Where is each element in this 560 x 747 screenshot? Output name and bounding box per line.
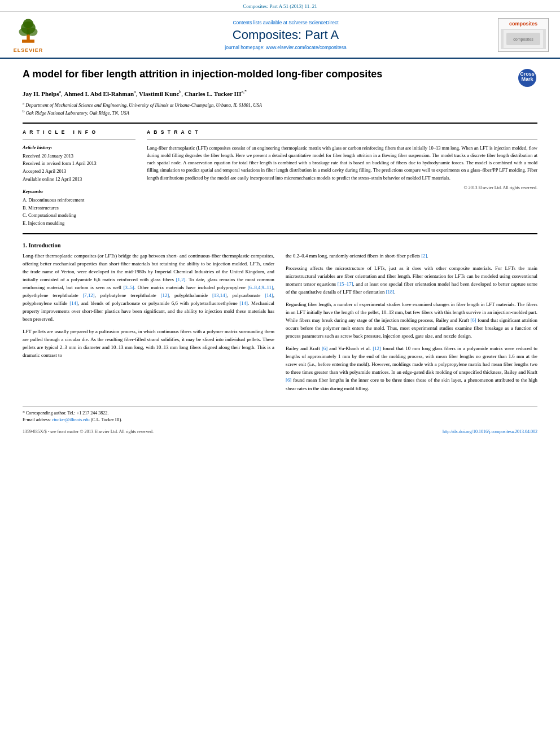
body-divider (23, 233, 537, 234)
journal-title: Composites: Part A (233, 28, 339, 42)
info-divider (23, 139, 135, 140)
abstract-heading: A B S T R A C T (147, 129, 537, 135)
journal-citation-link[interactable]: Composites: Part A 51 (2013) 11–21 (243, 3, 317, 9)
thick-divider (23, 123, 537, 124)
intro-two-col: Long-fiber thermoplastic composites (or … (23, 252, 537, 397)
journal-logo-right: composites composites (492, 16, 549, 53)
journal-top-bar: Composites: Part A 51 (2013) 11–21 (0, 0, 560, 12)
history-online: Available online 12 April 2013 (23, 176, 135, 184)
affil-2: b Oak Ridge National Laboratory, Oak Rid… (23, 108, 537, 117)
keywords-label: Keywords: (23, 189, 135, 194)
history-accepted: Accepted 2 April 2013 (23, 168, 135, 176)
author-1: Jay H. Phelps (23, 90, 59, 97)
issn-text: 1359-835X/$ - see front matter © 2013 El… (23, 429, 154, 434)
article-info-column: A R T I C L E I N F O Article history: R… (23, 129, 135, 228)
info-abstract-row: A R T I C L E I N F O Article history: R… (23, 129, 537, 228)
intro-para-4: Processing affects the microstructure of… (286, 264, 537, 296)
article-info-heading: A R T I C L E I N F O (23, 129, 135, 135)
keyword-1: A. Discontinuous reinforcement (23, 196, 135, 204)
abstract-text: Long-fiber thermoplastic (LFT) composite… (147, 145, 537, 182)
author-2-sup: a (134, 89, 136, 94)
affiliations: a Department of Mechanical Science and E… (23, 101, 537, 117)
crossmark-badge[interactable]: Cross Mark (517, 68, 537, 89)
intro-para-2: LFT pellets are usually prepared by a pu… (23, 327, 274, 359)
elsevier-tree-icon (11, 16, 45, 47)
keyword-2: B. Microstructures (23, 204, 135, 212)
keyword-4: E. Injection moulding (23, 220, 135, 228)
affil-1: a Department of Mechanical Science and E… (23, 101, 537, 109)
intro-para-3: the 0.2–0.4 mm long, randomly oriented f… (286, 252, 537, 260)
abstract-column: A B S T R A C T Long-fiber thermoplastic… (147, 129, 537, 228)
keywords-section: Keywords: A. Discontinuous reinforcement… (23, 189, 135, 227)
journal-header-center: Contents lists available at SciVerse Sci… (85, 16, 487, 53)
composites-logo-box: composites composites (498, 18, 549, 52)
intro-col-right: the 0.2–0.4 mm long, randomly oriented f… (286, 252, 537, 397)
author-3-sup: b (179, 89, 181, 94)
intro-col-left: Long-fiber thermoplastic composites (or … (23, 252, 274, 397)
email-line: E-mail address: ctucker@illinois.edu (C.… (23, 417, 537, 423)
keyword-3: C. Computational modeling (23, 212, 135, 220)
history-revised: Received in revised form 1 April 2013 (23, 160, 135, 168)
intro-para-5: Regarding fiber length, a number of expe… (286, 300, 537, 340)
svg-text:composites: composites (513, 37, 533, 42)
composites-logo-text: composites (509, 21, 537, 27)
sciverse-link[interactable]: SciVerse ScienceDirect (288, 20, 338, 25)
intro-heading: 1. Introduction (23, 242, 537, 248)
email-address[interactable]: ctucker@illinois.edu (52, 417, 90, 422)
email-who: (C.L. Tucker III). (91, 417, 123, 422)
author-2: Ahmed I. Abd El-Rahman (64, 90, 134, 97)
svg-point-5 (23, 19, 33, 29)
author-1-sup: a (59, 89, 61, 94)
corresponding-note: * Corresponding author. Tel.: +1 217 244… (23, 410, 537, 417)
footer-bottom: 1359-835X/$ - see front matter © 2013 El… (23, 429, 537, 434)
title-row: A model for fiber length attrition in in… (23, 68, 537, 89)
article-title: A model for fiber length attrition in in… (23, 68, 382, 81)
email-label: E-mail address: (23, 417, 51, 422)
author-3: Vlastimil Kunc (139, 90, 179, 97)
svg-point-4 (27, 28, 37, 36)
history-received: Received 20 January 2013 (23, 152, 135, 160)
author-4: Charles L. Tucker III (185, 90, 242, 97)
elsevier-text: ELSEVIER (14, 47, 43, 53)
abstract-divider (147, 139, 537, 140)
intro-para-1: Long-fiber thermoplastic composites (or … (23, 252, 274, 324)
crossmark-icon: Cross Mark (517, 68, 537, 88)
sciverse-line: Contents lists available at SciVerse Sci… (233, 20, 338, 25)
copyright-line: © 2013 Elsevier Ltd. All rights reserved… (147, 185, 537, 190)
doi-link[interactable]: http://dx.doi.org/10.1016/j.compositesa.… (443, 429, 537, 434)
elsevier-logo: ELSEVIER (11, 16, 45, 53)
authors-line: Jay H. Phelpsa, Ahmed I. Abd El-Rahmana,… (23, 89, 537, 97)
intro-section: 1. Introduction Long-fiber thermoplastic… (23, 242, 537, 397)
article-content: A model for fiber length attrition in in… (0, 59, 560, 445)
footer-section: * Corresponding author. Tel.: +1 217 244… (23, 406, 537, 434)
article-history-label: Article history: (23, 145, 135, 150)
journal-header: ELSEVIER Contents lists available at Sci… (0, 12, 560, 59)
author-4-sup: a,* (241, 89, 247, 94)
journal-homepage: journal homepage: www.elsevier.com/locat… (225, 45, 346, 50)
svg-text:Mark: Mark (521, 76, 533, 82)
elsevier-logo-section: ELSEVIER (11, 16, 79, 53)
composites-logo-img: composites (504, 30, 543, 48)
intro-para-6: Bailey and Kraft [6] and Vu-Khanh et al.… (286, 344, 537, 392)
